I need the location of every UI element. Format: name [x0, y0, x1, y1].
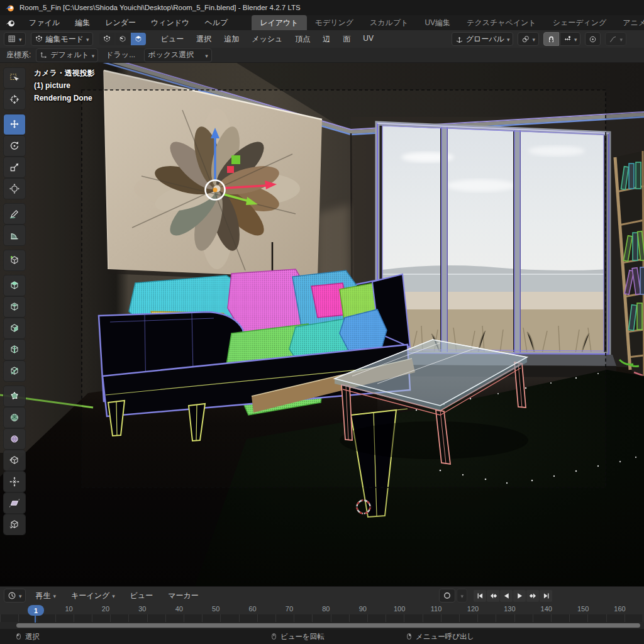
- vertex-select-button[interactable]: [99, 33, 114, 45]
- workspace-tab-テクスチャペイント[interactable]: テクスチャペイント: [458, 15, 545, 30]
- edge-slide-tool[interactable]: [4, 450, 25, 470]
- edge-select-button[interactable]: [115, 33, 130, 45]
- timeline-editor-type-button[interactable]: [4, 589, 26, 602]
- frame-tick-100: 100: [394, 605, 405, 613]
- timeline-menu-ビュー[interactable]: ビュー: [123, 589, 161, 603]
- workspace-tab-スカルプト[interactable]: スカルプト: [362, 15, 416, 30]
- tweak-select-tool[interactable]: [4, 68, 25, 88]
- statusbar-hint-label: メニュー呼び出し: [416, 632, 474, 641]
- frame-tick-80: 80: [322, 605, 330, 613]
- coord-system-label: 座標系:: [6, 50, 31, 60]
- frame-tick-70: 70: [286, 605, 293, 613]
- proportional-edit-button[interactable]: [585, 32, 601, 46]
- viewport-menu-メッシュ[interactable]: メッシュ: [245, 32, 289, 47]
- frame-tick-band[interactable]: [0, 614, 644, 622]
- loop-cut-tool[interactable]: [4, 340, 25, 360]
- viewport-menu-辺[interactable]: 辺: [316, 32, 336, 47]
- statusbar-hint-2: ビューを回転: [270, 629, 325, 644]
- statusbar-hint-3: メニュー呼び出し: [406, 629, 474, 644]
- menubar-menu-編集[interactable]: 編集: [67, 16, 97, 30]
- face-select-button[interactable]: [131, 33, 146, 45]
- gizmo-plane-handle-green[interactable]: [231, 155, 240, 164]
- frame-tick-60: 60: [248, 605, 256, 613]
- frame-tick-20: 20: [102, 605, 109, 613]
- cursor-tool[interactable]: [4, 89, 25, 109]
- blender-menu-icon[interactable]: [6, 18, 15, 28]
- rotate-tool[interactable]: [4, 136, 25, 156]
- statusbar-hint-1: 選択: [15, 629, 40, 644]
- pivot-point-button[interactable]: [518, 32, 539, 46]
- workspace-tab-レイアウト[interactable]: レイアウト: [252, 15, 306, 30]
- view-name-label: カメラ・透視投影: [34, 67, 95, 79]
- viewport-menu-面[interactable]: 面: [336, 32, 357, 47]
- viewport-menus: ビュー選択追加メッシュ頂点辺面UV: [155, 32, 380, 47]
- measure-tool[interactable]: [4, 225, 25, 245]
- viewport-menu-ビュー[interactable]: ビュー: [155, 32, 191, 47]
- viewport-menu-頂点[interactable]: 頂点: [289, 32, 316, 47]
- 3d-viewport[interactable]: カメラ・透視投影 (1) picture Rendering Done: [0, 63, 644, 586]
- transform-orientation-button[interactable]: グローバル: [452, 32, 514, 46]
- mode-label: 編集モード: [46, 34, 84, 45]
- menubar-menu-ウィンドウ[interactable]: ウィンドウ: [143, 16, 197, 30]
- frame-tick-160: 160: [614, 605, 625, 613]
- snap-toggle-button[interactable]: [543, 32, 559, 46]
- mode-select-button[interactable]: 編集モード: [31, 32, 93, 46]
- statusbar-hint-label: 選択: [25, 632, 40, 641]
- proportional-falloff-button[interactable]: [605, 32, 626, 46]
- inset-faces-tool[interactable]: [4, 297, 25, 317]
- add-cube-tool[interactable]: [4, 250, 25, 270]
- play-reverse-button[interactable]: [500, 590, 513, 602]
- rip-region-tool[interactable]: [4, 514, 25, 535]
- viewport-header: 編集モード ビュー選択追加メッシュ頂点辺面UV グローバル: [0, 30, 644, 48]
- spin-tool[interactable]: [4, 408, 25, 428]
- orientation-preset-button[interactable]: デフォルト: [36, 48, 98, 62]
- frame-tick-50: 50: [212, 605, 219, 613]
- workspace-tab-シェーディング[interactable]: シェーディング: [545, 15, 615, 30]
- shear-tool[interactable]: [4, 493, 25, 513]
- workspace-tab-アニメーション[interactable]: アニメーション: [614, 15, 644, 30]
- window-titlebar: Room_5_Fin [C:\Users\Shioda Youichi\Desk…: [0, 0, 644, 15]
- frame-ruler[interactable]: 102030405060708090100110120130140150160: [0, 604, 644, 614]
- viewport-canvas[interactable]: [0, 63, 644, 586]
- extrude-region-tool[interactable]: [4, 275, 25, 296]
- viewport-menu-選択[interactable]: 選択: [190, 32, 218, 47]
- viewport-overlay-text: カメラ・透視投影 (1) picture Rendering Done: [34, 67, 95, 104]
- timeline-menu-マーカー[interactable]: マーカー: [160, 589, 206, 603]
- jump-to-end-button[interactable]: [540, 590, 552, 602]
- viewport-menu-追加[interactable]: 追加: [218, 32, 245, 47]
- jump-to-start-button[interactable]: [474, 590, 486, 602]
- menubar-menu-ファイル[interactable]: ファイル: [21, 16, 67, 30]
- bevel-tool[interactable]: [4, 318, 25, 338]
- smooth-tool[interactable]: [4, 429, 25, 449]
- viewport-toolbar: [4, 68, 25, 535]
- frame-tick-10: 10: [65, 605, 72, 613]
- annotate-tool[interactable]: [4, 204, 25, 224]
- prev-keyframe-button[interactable]: [487, 590, 499, 602]
- menubar-menu-ヘルプ[interactable]: ヘルプ: [197, 16, 235, 30]
- workspace-tab-UV編集[interactable]: UV編集: [416, 15, 458, 30]
- move-tool[interactable]: [4, 114, 25, 135]
- auto-keying-button[interactable]: [439, 589, 455, 602]
- viewport-menu-UV[interactable]: UV: [357, 32, 380, 47]
- frame-tick-130: 130: [504, 605, 515, 613]
- knife-tool[interactable]: [4, 361, 25, 381]
- current-frame-badge[interactable]: 1: [28, 605, 44, 616]
- editor-type-button[interactable]: [4, 32, 26, 46]
- timeline-menu-キーイング[interactable]: キーイング: [64, 589, 123, 603]
- mouse-mid-icon: [270, 632, 277, 641]
- frame-tick-110: 110: [431, 605, 442, 613]
- shrink-fatten-tool[interactable]: [4, 472, 25, 492]
- keying-set-dropdown[interactable]: [457, 589, 467, 602]
- scale-tool[interactable]: [4, 157, 25, 177]
- snap-target-button[interactable]: [560, 32, 581, 46]
- play-button[interactable]: [513, 590, 526, 602]
- timeline-menu-再生[interactable]: 再生: [28, 589, 64, 603]
- poly-build-tool[interactable]: [4, 386, 25, 406]
- select-box-mode-button[interactable]: ボックス選択: [144, 48, 212, 62]
- workspace-tab-モデリング[interactable]: モデリング: [307, 15, 362, 30]
- timeline-scrollbar[interactable]: [16, 623, 640, 628]
- next-keyframe-button[interactable]: [526, 590, 539, 602]
- transform-tool[interactable]: [4, 179, 25, 199]
- gizmo-plane-handle-red[interactable]: [227, 166, 234, 173]
- menubar-menu-レンダー[interactable]: レンダー: [97, 16, 143, 30]
